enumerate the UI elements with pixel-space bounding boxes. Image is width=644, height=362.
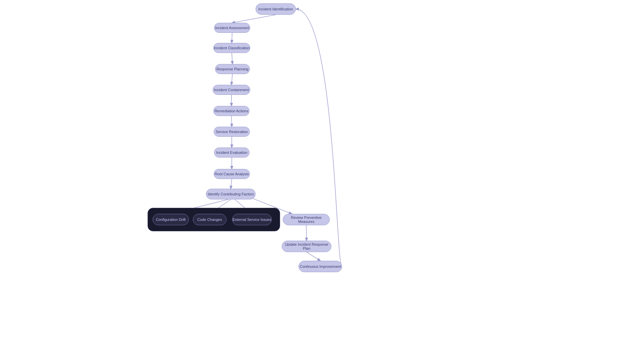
configuration-drift-node[interactable]: Configuration Drift: [153, 214, 189, 225]
incident-evaluation-label: Incident Evaluation: [216, 150, 248, 155]
incident-identification-label: Incident Identification: [258, 7, 293, 11]
incident-assessment-node[interactable]: Incident Assessment: [214, 23, 250, 33]
root-cause-analysis-node[interactable]: Root Cause Analysis: [214, 169, 250, 179]
review-preventive-node[interactable]: Review Preventive Measures: [283, 214, 330, 225]
arrow-4: [231, 74, 232, 85]
incident-containment-label: Incident Containment: [214, 88, 249, 92]
incident-evaluation-node[interactable]: Incident Evaluation: [214, 147, 250, 158]
code-changes-label: Code Changes: [197, 218, 222, 222]
arrow-14: [306, 225, 307, 241]
external-service-issues-label: External Service Issues: [233, 218, 271, 222]
flowchart: Incident Identification Incident Assessm…: [0, 0, 644, 362]
flowchart-svg: [0, 0, 644, 362]
remediation-actions-label: Remediation Actions: [215, 109, 248, 113]
incident-identification-node[interactable]: Incident Identification: [256, 3, 296, 15]
remediation-actions-node[interactable]: Remediation Actions: [213, 106, 250, 116]
incident-containment-node[interactable]: Incident Containment: [213, 85, 250, 95]
identify-contributing-label: Identify Contributing Factors: [208, 192, 254, 196]
arrow-6: [231, 116, 232, 127]
identify-contributing-node[interactable]: Identify Contributing Factors: [206, 189, 256, 199]
continuous-improvement-label: Continuous Improvement: [300, 264, 341, 268]
configuration-drift-label: Configuration Drift: [156, 218, 186, 222]
response-planning-node[interactable]: Response Planning: [215, 64, 250, 74]
incident-classification-label: Incident Classification: [214, 46, 250, 50]
service-restoration-node[interactable]: Service Restoration: [214, 127, 250, 137]
arrow-15: [307, 252, 320, 261]
review-preventive-label: Review Preventive Measures: [283, 216, 329, 224]
response-planning-label: Response Planning: [216, 67, 248, 71]
arrow-1: [232, 15, 276, 23]
arrow-9: [231, 179, 232, 189]
update-incident-plan-node[interactable]: Update Incident Response Plan: [282, 241, 331, 252]
incident-assessment-label: Incident Assessment: [215, 26, 249, 30]
continuous-improvement-node[interactable]: Continuous Improvement: [299, 261, 342, 272]
external-service-issues-node[interactable]: External Service Issues: [232, 214, 272, 225]
service-restoration-label: Service Restoration: [216, 130, 248, 134]
update-incident-plan-label: Update Incident Response Plan: [282, 242, 331, 250]
arrow-2: [232, 33, 232, 43]
code-changes-node[interactable]: Code Changes: [193, 214, 226, 225]
arrow-3: [232, 53, 232, 64]
arrow-loop: [296, 9, 342, 266]
incident-classification-node[interactable]: Incident Classification: [213, 43, 250, 53]
root-cause-analysis-label: Root Cause Analysis: [215, 172, 249, 176]
